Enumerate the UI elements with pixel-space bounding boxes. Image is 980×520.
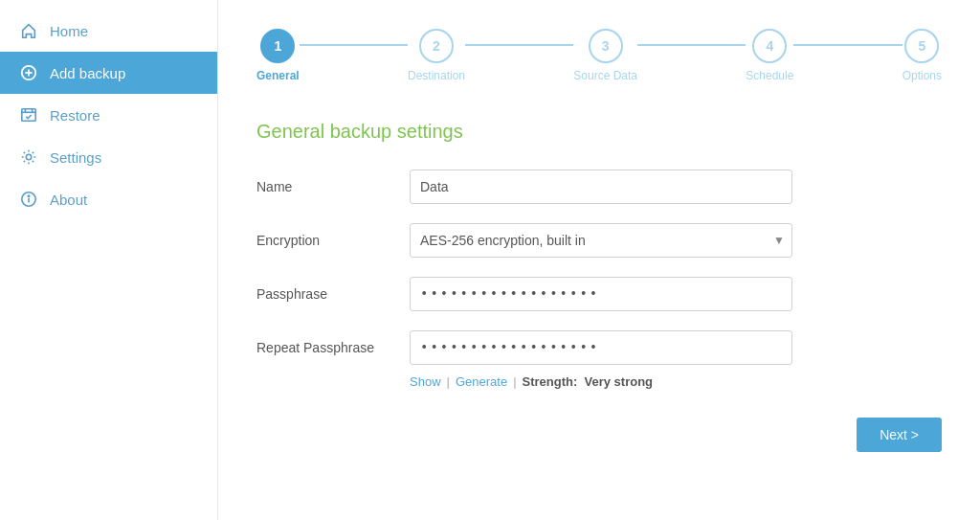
home-icon	[19, 21, 38, 40]
step-label-3: Source Data	[573, 69, 637, 82]
sidebar-item-settings[interactable]: Settings	[0, 136, 217, 178]
name-label: Name	[256, 179, 410, 194]
plus-icon	[19, 63, 38, 82]
gear-icon	[19, 147, 38, 167]
step-circle-2: 2	[419, 29, 454, 63]
stepper: 1 General 2 Destination 3 Source Data 4 …	[256, 29, 942, 82]
sidebar-item-label: Add backup	[50, 65, 125, 81]
restore-icon	[19, 105, 38, 124]
step-1: 1 General	[256, 29, 300, 82]
step-circle-5: 5	[904, 29, 939, 63]
name-input[interactable]	[410, 170, 792, 204]
sidebar-item-label: Restore	[50, 107, 100, 124]
encryption-select[interactable]: AES-256 encryption, built in No encrypti…	[410, 223, 792, 258]
step-label-2: Destination	[408, 69, 465, 82]
passphrase-row: Passphrase	[256, 277, 942, 311]
step-line-1	[300, 44, 408, 46]
passphrase-label: Passphrase	[256, 286, 410, 302]
step-5: 5 Options	[902, 29, 942, 82]
name-row: Name	[256, 170, 942, 204]
step-line-2	[465, 44, 573, 46]
svg-point-7	[26, 154, 31, 159]
repeat-passphrase-row: Repeat Passphrase	[256, 330, 942, 365]
footer-bar: Next >	[256, 418, 942, 452]
sidebar-item-label: About	[50, 192, 87, 208]
step-2: 2 Destination	[408, 29, 465, 82]
section-title: General backup settings	[256, 121, 942, 143]
separator-2: |	[513, 374, 516, 389]
step-label-4: Schedule	[746, 69, 793, 82]
encryption-select-wrapper: AES-256 encryption, built in No encrypti…	[410, 223, 792, 258]
step-3: 3 Source Data	[573, 29, 637, 82]
passphrase-input[interactable]	[410, 277, 792, 311]
step-4: 4 Schedule	[746, 29, 793, 82]
step-line-4	[793, 44, 902, 46]
strength-label: Strength: Very strong	[523, 374, 654, 389]
svg-point-10	[28, 195, 29, 196]
next-button[interactable]: Next >	[857, 418, 942, 452]
sidebar-item-add-backup[interactable]: Add backup	[0, 52, 217, 94]
repeat-passphrase-input[interactable]	[410, 330, 792, 365]
step-line-3	[637, 44, 746, 46]
sidebar-item-label: Home	[50, 23, 88, 39]
step-circle-3: 3	[589, 29, 623, 63]
sidebar-item-label: Settings	[50, 149, 101, 166]
step-circle-1: 1	[260, 29, 295, 63]
sidebar: Home Add backup Restore	[0, 0, 218, 520]
password-hints: Show | Generate | Strength: Very strong	[410, 374, 942, 389]
main-content: 1 General 2 Destination 3 Source Data 4 …	[218, 0, 980, 520]
sidebar-item-about[interactable]: About	[0, 178, 217, 220]
generate-link[interactable]: Generate	[456, 374, 507, 389]
encryption-label: Encryption	[256, 233, 410, 248]
sidebar-item-home[interactable]: Home	[0, 10, 217, 52]
show-link[interactable]: Show	[410, 374, 441, 389]
step-label-1: General	[256, 69, 300, 82]
info-icon	[19, 190, 38, 209]
separator-1: |	[447, 374, 450, 389]
repeat-passphrase-label: Repeat Passphrase	[256, 340, 410, 355]
step-label-5: Options	[902, 69, 942, 82]
strength-value: Very strong	[585, 374, 654, 389]
encryption-row: Encryption AES-256 encryption, built in …	[256, 223, 942, 258]
svg-rect-3	[22, 109, 35, 122]
step-circle-4: 4	[752, 29, 787, 63]
sidebar-item-restore[interactable]: Restore	[0, 94, 217, 136]
